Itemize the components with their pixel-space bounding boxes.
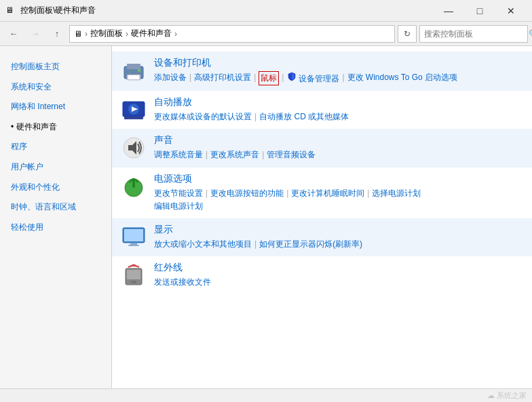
svg-rect-17 bbox=[128, 245, 139, 246]
path-segment-1[interactable]: 控制面板 bbox=[90, 28, 123, 39]
category-row-autoplay: 自动播放更改媒体或设备的默认设置 | 自动播放 CD 或其他媒体 bbox=[112, 91, 532, 129]
category-link-更改电源按钮的功能[interactable]: 更改电源按钮的功能 bbox=[210, 187, 284, 200]
link-separator: | bbox=[254, 110, 256, 123]
category-link-更改节能设置[interactable]: 更改节能设置 bbox=[154, 187, 203, 200]
back-button[interactable]: ← bbox=[4, 24, 23, 43]
search-box[interactable]: 🔍 bbox=[419, 25, 528, 43]
category-link-设备管理器[interactable]: 设备管理器 bbox=[286, 71, 339, 85]
address-bar: ← → ↑ 🖥 › 控制面板 › 硬件和声音 › ↻ 🔍 bbox=[0, 22, 532, 46]
category-icon-display bbox=[120, 224, 147, 251]
category-info-power: 电源选项更改节能设置 | 更改电源按钮的功能 | 更改计算机睡眠时间 | 选择电… bbox=[154, 173, 524, 213]
category-link-如何更正显示器闪烁(刷新率)[interactable]: 如何更正显示器闪烁(刷新率) bbox=[259, 238, 362, 251]
sidebar-item-程序[interactable]: 程序 bbox=[0, 137, 111, 157]
refresh-button[interactable]: ↻ bbox=[398, 25, 417, 43]
svg-rect-13 bbox=[132, 178, 135, 188]
sidebar-item-外观和个性化[interactable]: 外观和个性化 bbox=[0, 178, 111, 198]
link-separator: | bbox=[189, 71, 191, 85]
category-link-更改-Windows-To-Go-启动选项[interactable]: 更改 Windows To Go 启动选项 bbox=[347, 71, 457, 85]
main-container: 控制面板主页系统和安全网络和 Internet硬件和声音程序用户帐户外观和个性化… bbox=[0, 46, 532, 388]
category-row-sound: 声音调整系统音量 | 更改系统声音 | 管理音频设备 bbox=[112, 129, 532, 167]
search-input[interactable] bbox=[424, 29, 526, 39]
category-link-鼠标[interactable]: 鼠标 bbox=[259, 71, 279, 85]
category-link-选择电源计划[interactable]: 选择电源计划 bbox=[372, 187, 421, 200]
category-link-高级打印机设置[interactable]: 高级打印机设置 bbox=[194, 71, 251, 85]
svg-rect-1 bbox=[127, 64, 140, 69]
sidebar-item-系统和安全[interactable]: 系统和安全 bbox=[0, 77, 111, 98]
category-link-更改媒体或设备的默认设置[interactable]: 更改媒体或设备的默认设置 bbox=[154, 110, 252, 123]
link-text: 发送或接收文件 bbox=[154, 277, 211, 287]
svg-rect-19 bbox=[127, 270, 140, 279]
link-separator: | bbox=[282, 71, 284, 85]
category-links-sound: 调整系统音量 | 更改系统声音 | 管理音频设备 bbox=[154, 148, 524, 161]
category-title-power[interactable]: 电源选项 bbox=[154, 173, 524, 185]
path-icon: 🖥 bbox=[74, 29, 82, 39]
category-info-sound: 声音调整系统音量 | 更改系统声音 | 管理音频设备 bbox=[154, 134, 524, 161]
link-text: 更改系统声音 bbox=[210, 150, 259, 159]
category-links-devices-printers: 添加设备 | 高级打印机设置 | 鼠标 | 设备管理器 | 更改 Windows… bbox=[154, 71, 524, 85]
svg-rect-20 bbox=[131, 281, 136, 283]
category-title-infrared[interactable]: 红外线 bbox=[154, 262, 524, 274]
forward-button[interactable]: → bbox=[26, 24, 45, 43]
category-title-devices-printers[interactable]: 设备和打印机 bbox=[154, 57, 524, 69]
title-bar-controls: — □ ✕ bbox=[433, 0, 527, 22]
category-link-放大或缩小文本和其他项目[interactable]: 放大或缩小文本和其他项目 bbox=[154, 238, 252, 251]
link-text: 添加设备 bbox=[154, 73, 187, 82]
link-text: 设备管理器 bbox=[299, 74, 339, 83]
svg-rect-3 bbox=[128, 75, 139, 79]
category-link-管理音频设备[interactable]: 管理音频设备 bbox=[267, 148, 316, 161]
link-text: 鼠标 bbox=[261, 73, 277, 83]
link-separator: | bbox=[254, 238, 256, 251]
close-button[interactable]: ✕ bbox=[495, 0, 527, 22]
status-bar: ☁ 系统之家 bbox=[0, 388, 532, 402]
link-text: 更改媒体或设备的默认设置 bbox=[154, 112, 252, 121]
category-title-sound[interactable]: 声音 bbox=[154, 134, 524, 146]
category-links-infrared: 发送或接收文件 bbox=[154, 276, 524, 289]
maximize-button[interactable]: □ bbox=[464, 0, 495, 22]
category-link-编辑电源计划[interactable]: 编辑电源计划 bbox=[154, 200, 203, 213]
category-title-display[interactable]: 显示 bbox=[154, 224, 524, 236]
link-separator: | bbox=[254, 71, 256, 85]
category-row-power: 电源选项更改节能设置 | 更改电源按钮的功能 | 更改计算机睡眠时间 | 选择电… bbox=[112, 167, 532, 218]
title-bar-icon: 🖥 bbox=[5, 5, 16, 16]
link-text: 放大或缩小文本和其他项目 bbox=[154, 239, 252, 249]
category-link-调整系统音量[interactable]: 调整系统音量 bbox=[154, 148, 203, 161]
title-bar: 🖥 控制面板\硬件和声音 — □ ✕ bbox=[0, 0, 532, 22]
category-links-autoplay: 更改媒体或设备的默认设置 | 自动播放 CD 或其他媒体 bbox=[154, 110, 524, 123]
svg-point-4 bbox=[138, 69, 140, 72]
category-link-更改系统声音[interactable]: 更改系统声音 bbox=[210, 148, 259, 161]
link-text: 高级打印机设置 bbox=[194, 73, 251, 82]
path-segment-2[interactable]: 硬件和声音 bbox=[131, 28, 172, 39]
category-title-autoplay[interactable]: 自动播放 bbox=[154, 96, 524, 108]
link-text: 管理音频设备 bbox=[267, 150, 316, 159]
category-link-自动播放-CD-或其他媒体[interactable]: 自动播放 CD 或其他媒体 bbox=[259, 110, 349, 123]
sidebar-item-轻松使用[interactable]: 轻松使用 bbox=[0, 218, 111, 238]
sidebar-item-控制面板主页[interactable]: 控制面板主页 bbox=[0, 57, 111, 77]
category-info-display: 显示放大或缩小文本和其他项目 | 如何更正显示器闪烁(刷新率) bbox=[154, 224, 524, 251]
category-info-devices-printers: 设备和打印机添加设备 | 高级打印机设置 | 鼠标 | 设备管理器 | 更改 W… bbox=[154, 57, 524, 85]
category-icon-devices-printers bbox=[120, 57, 147, 84]
category-icon-power bbox=[120, 173, 147, 200]
category-icon-sound bbox=[120, 134, 147, 161]
svg-rect-9 bbox=[124, 117, 143, 119]
category-links-display: 放大或缩小文本和其他项目 | 如何更正显示器闪烁(刷新率) bbox=[154, 238, 524, 251]
category-links-power-line1: 更改节能设置 | 更改电源按钮的功能 | 更改计算机睡眠时间 | 选择电源计划 bbox=[154, 187, 524, 200]
minimize-button[interactable]: — bbox=[433, 0, 464, 22]
sidebar-item-时钟、语言和区域[interactable]: 时钟、语言和区域 bbox=[0, 197, 111, 218]
category-icon-infrared bbox=[120, 262, 147, 289]
link-separator: | bbox=[342, 71, 344, 85]
up-button[interactable]: ↑ bbox=[48, 24, 66, 43]
svg-rect-16 bbox=[130, 243, 137, 245]
category-link-更改计算机睡眠时间[interactable]: 更改计算机睡眠时间 bbox=[291, 187, 364, 200]
category-row-infrared: 红外线发送或接收文件 bbox=[112, 256, 532, 294]
category-row-devices-printers: 设备和打印机添加设备 | 高级打印机设置 | 鼠标 | 设备管理器 | 更改 W… bbox=[112, 52, 532, 91]
category-icon-autoplay bbox=[120, 96, 147, 123]
category-link-发送或接收文件[interactable]: 发送或接收文件 bbox=[154, 276, 211, 289]
svg-rect-15 bbox=[124, 229, 143, 241]
category-row-display: 显示放大或缩小文本和其他项目 | 如何更正显示器闪烁(刷新率) bbox=[112, 218, 532, 256]
sidebar-item-用户帐户[interactable]: 用户帐户 bbox=[0, 157, 111, 178]
shield-icon bbox=[286, 71, 297, 82]
sidebar-item-网络和-Internet[interactable]: 网络和 Internet bbox=[0, 97, 111, 117]
address-path[interactable]: 🖥 › 控制面板 › 硬件和声音 › bbox=[69, 25, 395, 43]
category-info-autoplay: 自动播放更改媒体或设备的默认设置 | 自动播放 CD 或其他媒体 bbox=[154, 96, 524, 123]
category-link-添加设备[interactable]: 添加设备 bbox=[154, 71, 187, 85]
